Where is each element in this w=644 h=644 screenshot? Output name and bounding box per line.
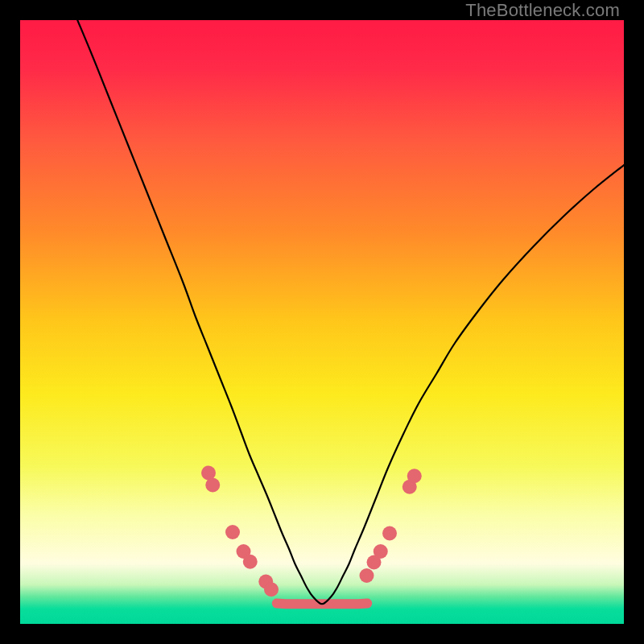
marker-point	[264, 582, 279, 597]
marker-point	[360, 568, 374, 583]
marker-point	[243, 555, 258, 569]
chart-frame: TheBottleneck.com	[0, 0, 644, 644]
marker-point	[374, 544, 388, 559]
marker-point	[382, 526, 397, 541]
gradient-background	[20, 20, 624, 624]
marker-point	[205, 478, 220, 493]
marker-point	[407, 469, 422, 483]
watermark-text: TheBottleneck.com	[465, 0, 620, 21]
marker-point	[225, 525, 240, 539]
plot-area	[20, 20, 624, 624]
bottleneck-chart	[20, 20, 624, 624]
